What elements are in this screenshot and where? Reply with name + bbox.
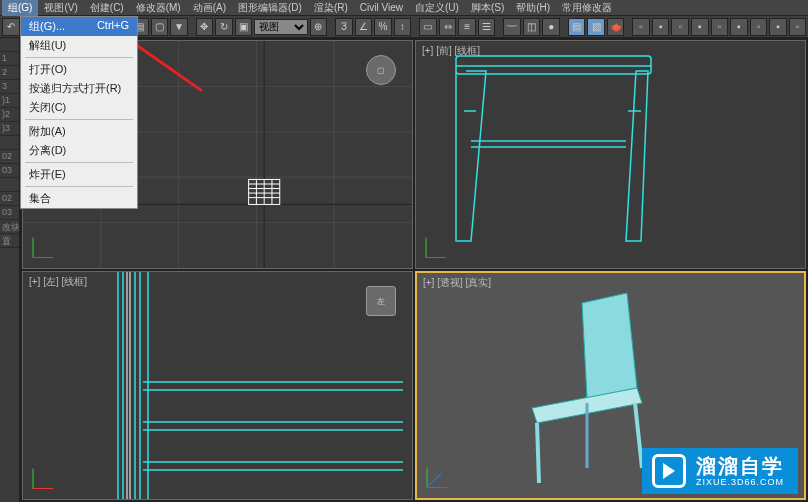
snap-button[interactable]: 3	[335, 18, 353, 36]
viewcube-icon[interactable]: 左	[366, 286, 396, 316]
select-region-button[interactable]: ▢	[151, 18, 169, 36]
sidebar-item[interactable]	[0, 38, 19, 52]
watermark-title: 溜溜自学	[696, 456, 784, 476]
svg-line-41	[487, 373, 527, 473]
undo-button[interactable]: ↶	[2, 18, 20, 36]
render-frame-button[interactable]: ▧	[587, 18, 605, 36]
material-button[interactable]: ●	[542, 18, 560, 36]
menu-item-label: 组(G)...	[29, 19, 65, 34]
angle-snap-button[interactable]: ∠	[355, 18, 373, 36]
filter-button[interactable]: ▼	[170, 18, 188, 36]
sidebar-item[interactable]: 置	[0, 234, 19, 248]
sidebar-item[interactable]: )2	[0, 108, 19, 122]
play-icon	[652, 454, 686, 488]
svg-marker-43	[582, 293, 637, 398]
viewport-label[interactable]: [+] [前] [线框]	[422, 44, 480, 58]
sidebar-item[interactable]	[0, 178, 19, 192]
svg-line-42	[527, 373, 557, 473]
coord-button[interactable]: ⊕	[310, 18, 328, 36]
tool-c-button[interactable]: ▫	[671, 18, 689, 36]
scale-button[interactable]: ▣	[235, 18, 253, 36]
watermark-url: ZIXUE.3D66.COM	[696, 478, 784, 487]
sidebar-item[interactable]: 2	[0, 66, 19, 80]
menu-modifier[interactable]: 修改器(M)	[130, 0, 187, 16]
sidebar-item[interactable]: 1	[0, 52, 19, 66]
spinner-snap-button[interactable]: ↕	[394, 18, 412, 36]
svg-line-46	[635, 403, 642, 468]
menu-item-assembly[interactable]: 集合	[21, 189, 137, 208]
sidebar-item[interactable]: 03	[0, 164, 19, 178]
tool-d-button[interactable]: ▪	[691, 18, 709, 36]
menu-create[interactable]: 创建(C)	[84, 0, 130, 16]
menu-separator	[25, 186, 133, 187]
layer-button[interactable]: ☰	[478, 18, 496, 36]
menu-custom[interactable]: 自定义(U)	[409, 0, 465, 16]
menu-view[interactable]: 视图(V)	[38, 0, 83, 16]
menu-graph[interactable]: 图形编辑器(D)	[232, 0, 308, 16]
rotate-button[interactable]: ↻	[215, 18, 233, 36]
menubar: 组(G) 视图(V) 创建(C) 修改器(M) 动画(A) 图形编辑器(D) 渲…	[0, 0, 808, 16]
menu-item-explode[interactable]: 炸开(E)	[21, 165, 137, 184]
tool-f-button[interactable]: ▪	[730, 18, 748, 36]
tool-g-button[interactable]: ▫	[750, 18, 768, 36]
tool-e-button[interactable]: ▫	[711, 18, 729, 36]
viewport-front[interactable]: [+] [前] [线框]	[415, 40, 806, 269]
curve-editor-button[interactable]: 〰	[503, 18, 521, 36]
sidebar-item[interactable]	[0, 136, 19, 150]
tool-b-button[interactable]: ▪	[652, 18, 670, 36]
move-button[interactable]: ✥	[196, 18, 214, 36]
axis-gizmo-icon	[31, 463, 59, 491]
tool-h-button[interactable]: ▪	[769, 18, 787, 36]
menu-anim[interactable]: 动画(A)	[187, 0, 232, 16]
menu-group[interactable]: 组(G)	[2, 0, 38, 16]
sidebar-item[interactable]: 03	[0, 206, 19, 220]
percent-snap-button[interactable]: %	[374, 18, 392, 36]
viewport-label[interactable]: [+] [左] [线框]	[29, 275, 87, 289]
menu-item-open[interactable]: 打开(O)	[21, 60, 137, 79]
svg-line-40	[447, 373, 497, 473]
sidebar-item[interactable]: 02	[0, 192, 19, 206]
schematic-button[interactable]: ◫	[523, 18, 541, 36]
viewports: [+] [顶] [线框]	[20, 38, 808, 502]
tool-i-button[interactable]: ▫	[789, 18, 807, 36]
axis-gizmo-icon	[424, 232, 452, 260]
menu-civil[interactable]: Civil View	[354, 1, 409, 14]
menu-item-close[interactable]: 关闭(C)	[21, 98, 137, 117]
axis-gizmo-icon	[31, 232, 59, 260]
sidebar: 1 2 3 )1 )2 )3 02 03 02 03 改块 置	[0, 38, 20, 502]
render-button[interactable]: 🫖	[607, 18, 625, 36]
sidebar-item[interactable]: )3	[0, 122, 19, 136]
viewport-label[interactable]: [+] [透视] [真实]	[423, 276, 491, 290]
menu-separator	[25, 57, 133, 58]
menu-common[interactable]: 常用修改器	[556, 0, 618, 16]
menu-item-open-recursive[interactable]: 按递归方式打开(R)	[21, 79, 137, 98]
axis-gizmo-icon	[425, 462, 453, 490]
menu-help[interactable]: 帮助(H)	[510, 0, 556, 16]
viewport-left[interactable]: [+] [左] [线框] 左	[22, 271, 413, 500]
menu-separator	[25, 162, 133, 163]
named-sel-button[interactable]: ▭	[419, 18, 437, 36]
view-selector[interactable]: 视图	[254, 19, 307, 35]
sidebar-item[interactable]: 02	[0, 150, 19, 164]
tool-a-button[interactable]: ▫	[632, 18, 650, 36]
menu-item-attach[interactable]: 附加(A)	[21, 122, 137, 141]
watermark: 溜溜自学 ZIXUE.3D66.COM	[642, 448, 798, 494]
menu-item-ungroup[interactable]: 解组(U)	[21, 36, 137, 55]
menu-script[interactable]: 脚本(S)	[465, 0, 510, 16]
sidebar-item[interactable]: 改块	[0, 220, 19, 234]
sidebar-item[interactable]: )1	[0, 94, 19, 108]
svg-line-45	[537, 423, 539, 483]
menu-item-shortcut: Ctrl+G	[97, 19, 129, 34]
align-button[interactable]: ≡	[458, 18, 476, 36]
mirror-button[interactable]: ⇔	[439, 18, 457, 36]
render-setup-button[interactable]: ▤	[568, 18, 586, 36]
group-dropdown: 组(G)... Ctrl+G 解组(U) 打开(O) 按递归方式打开(R) 关闭…	[20, 16, 138, 209]
menu-render[interactable]: 渲染(R)	[308, 0, 354, 16]
menu-separator	[25, 119, 133, 120]
sidebar-item[interactable]: 3	[0, 80, 19, 94]
menu-item-detach[interactable]: 分离(D)	[21, 141, 137, 160]
viewcube-icon[interactable]: ▢	[366, 55, 396, 85]
menu-item-group[interactable]: 组(G)... Ctrl+G	[21, 17, 137, 36]
